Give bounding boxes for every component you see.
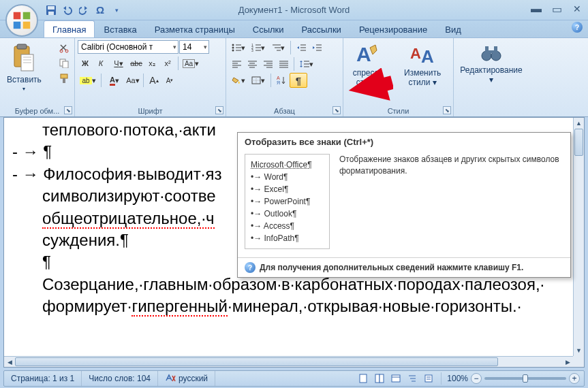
clear-format-button[interactable]: Aa▾ <box>125 73 140 88</box>
align-right-button[interactable] <box>260 56 275 71</box>
tooltip-title: Отобразить все знаки (Ctrl+*) <box>238 133 570 151</box>
line-spacing-button[interactable]: ▾ <box>297 56 316 71</box>
undo-icon <box>62 5 73 15</box>
show-formatting-button[interactable]: ¶ <box>290 73 307 88</box>
svg-rect-5 <box>48 6 55 10</box>
strike-button[interactable]: abc <box>129 56 144 71</box>
shrink-font-button[interactable]: A▾ <box>162 73 177 88</box>
tab-references[interactable]: Ссылки <box>244 20 293 37</box>
office-button[interactable] <box>5 4 38 37</box>
view-draft[interactable] <box>422 372 435 385</box>
view-print-layout[interactable] <box>356 372 370 385</box>
save-button[interactable] <box>44 3 59 18</box>
clipboard-launcher[interactable]: ⬊ <box>64 106 72 114</box>
format-painter-button[interactable] <box>57 71 72 86</box>
vertical-scrollbar[interactable]: ▲ ▼ <box>573 118 584 356</box>
cut-button[interactable] <box>57 41 72 56</box>
font-label: Шрифт <box>138 107 162 115</box>
redo-button[interactable] <box>76 3 91 18</box>
change-styles-button[interactable]: AA Изменить стили ▾ <box>394 42 450 116</box>
font-size-combo[interactable]: 14 <box>179 40 209 54</box>
numbering-button[interactable]: 123▾ <box>249 40 268 55</box>
underline-button[interactable]: Ч▾ <box>109 56 128 71</box>
status-wordcount[interactable]: Число слов: 104 <box>82 371 158 386</box>
sort-button[interactable]: АЯ <box>274 73 289 88</box>
font-launcher[interactable]: ⬊ <box>215 106 223 114</box>
undo-button[interactable] <box>60 3 75 18</box>
scroll-thumb[interactable] <box>574 129 583 156</box>
status-language[interactable]: русский <box>158 371 215 386</box>
font-color-button[interactable]: A▾ <box>104 73 125 88</box>
zoom-slider[interactable] <box>484 377 566 380</box>
multilevel-icon <box>271 44 281 52</box>
paragraph-launcher[interactable]: ⬊ <box>332 106 341 114</box>
maximize-button[interactable]: ▭ <box>550 3 563 15</box>
zoom-out-button[interactable]: − <box>471 373 482 384</box>
scroll-up-button[interactable]: ▲ <box>574 118 584 129</box>
svg-rect-74 <box>375 374 380 383</box>
sort-icon: АЯ <box>277 76 286 85</box>
multilevel-button[interactable]: ▾ <box>268 40 288 55</box>
scroll-corner <box>573 356 584 367</box>
view-web-layout[interactable] <box>389 372 403 385</box>
change-styles-icon: AA <box>410 42 435 67</box>
bucket-icon <box>232 76 241 84</box>
office-logo-icon <box>12 11 31 30</box>
italic-button[interactable]: К <box>93 56 108 71</box>
bullets-button[interactable]: ▾ <box>229 40 248 55</box>
decrease-indent-button[interactable] <box>294 40 309 55</box>
align-center-button[interactable] <box>245 56 260 71</box>
highlight-button[interactable]: ab▾ <box>78 73 98 88</box>
bold-button[interactable]: Ж <box>78 56 93 71</box>
increase-indent-button[interactable] <box>309 40 324 55</box>
scroll-right-button[interactable]: ▶ <box>562 357 573 367</box>
view-outline[interactable] <box>405 372 419 385</box>
omega-button[interactable]: Ω <box>93 3 108 18</box>
align-left-button[interactable] <box>229 56 244 71</box>
font-name-combo[interactable]: Calibri (Основной т <box>78 40 179 54</box>
scroll-down-button[interactable]: ▼ <box>574 345 584 356</box>
close-button[interactable]: ✕ <box>570 3 584 15</box>
svg-rect-1 <box>23 12 31 20</box>
ribbon: Вставить ▾ Буфер обм...⬊ Calibri (Основн… <box>0 38 588 117</box>
zoom-in-button[interactable]: + <box>569 373 580 384</box>
scroll-thumb-h[interactable] <box>15 357 498 366</box>
help-button[interactable]: ? <box>572 22 583 33</box>
editing-button[interactable]: Редактирование▾ <box>460 42 522 116</box>
status-page[interactable]: Страница: 1 из 1 <box>4 371 82 386</box>
zoom-thumb[interactable] <box>523 374 528 383</box>
title-bar: Ω ▾ Документ1 - Microsoft Word ▬ ▭ ✕ <box>0 0 588 20</box>
change-case-button[interactable]: Aa▾ <box>181 56 200 71</box>
floppy-icon <box>46 5 57 16</box>
zoom-level[interactable]: 100% <box>447 374 468 383</box>
tab-layout[interactable]: Разметка страницы <box>146 20 244 37</box>
tab-mailings[interactable]: Рассылки <box>293 20 350 37</box>
svg-text:A: A <box>356 43 371 65</box>
quick-styles-icon: A <box>355 42 380 67</box>
svg-text:А: А <box>277 76 280 80</box>
svg-rect-6 <box>48 12 54 15</box>
superscript-button[interactable]: x² <box>160 56 175 71</box>
borders-button[interactable]: ▾ <box>249 73 268 88</box>
align-justify-button[interactable] <box>276 56 291 71</box>
svg-text:A: A <box>410 45 421 62</box>
minimize-button[interactable]: ▬ <box>529 3 543 15</box>
brush-icon <box>59 74 69 83</box>
tab-review[interactable]: Рецензирование <box>350 20 436 37</box>
tab-home[interactable]: Главная <box>44 20 95 37</box>
qat-customize[interactable]: ▾ <box>109 3 124 18</box>
styles-launcher[interactable]: ⬊ <box>443 106 451 114</box>
paste-button[interactable]: Вставить ▾ <box>4 42 44 93</box>
shading-button[interactable]: ▾ <box>229 73 248 88</box>
svg-rect-70 <box>485 46 489 53</box>
tab-view[interactable]: Вид <box>436 20 470 37</box>
grow-font-button[interactable]: A▴ <box>146 73 161 88</box>
subscript-button[interactable]: x₂ <box>144 56 159 71</box>
view-full-screen[interactable] <box>373 372 386 385</box>
tooltip-show-formatting: Отобразить все знаки (Ctrl+*) Microsoft·… <box>237 132 571 278</box>
copy-button[interactable] <box>57 56 72 71</box>
scroll-left-button[interactable]: ◀ <box>4 357 15 367</box>
horizontal-scrollbar[interactable]: ◀ ▶ <box>4 356 573 367</box>
red-arrow-annotation <box>345 68 393 116</box>
tab-insert[interactable]: Вставка <box>95 20 145 37</box>
